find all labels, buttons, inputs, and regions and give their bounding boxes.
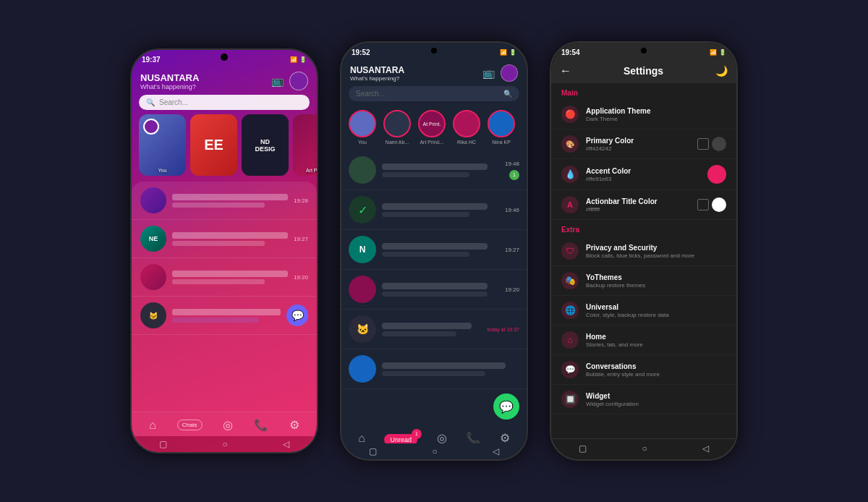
- nav-settings[interactable]: ⚙: [289, 418, 299, 432]
- nav-home[interactable]: ⌂: [149, 419, 156, 432]
- phone1-stories: You EE NDDESIG: [132, 114, 317, 182]
- story-card-4[interactable]: Art Prin...: [293, 114, 317, 176]
- accent-color-text: Accent Color #ffe91e63: [586, 167, 700, 182]
- android-back[interactable]: ◁: [283, 439, 289, 449]
- story-circle-art[interactable]: At Print. Art Prinü...: [418, 110, 446, 145]
- p2-chat-3[interactable]: N 19:27: [341, 230, 527, 270]
- story-circle-label-art: Art Prinü...: [420, 140, 443, 145]
- p2-avatar-1: [349, 156, 376, 184]
- settings-yothemes[interactable]: 🎭 YoThemes Backup restore themes: [551, 266, 736, 296]
- p2-android-back[interactable]: ◁: [493, 446, 499, 456]
- story-card-2[interactable]: EE: [190, 114, 237, 176]
- p2-nav-unread[interactable]: Unread 1: [384, 432, 417, 445]
- story-circle-avatar-rika: [453, 110, 480, 137]
- accent-color-controls: [707, 165, 726, 184]
- nav-chats-label: Chats: [177, 420, 203, 430]
- yothemes-icon-glyph: 🎭: [565, 276, 576, 286]
- phone2-android-nav: ▢ ○ ◁: [341, 443, 527, 459]
- primary-color-text: Primary Color #ff424242: [586, 137, 690, 152]
- p3-android-back[interactable]: ◁: [702, 443, 709, 454]
- story-circle-rika[interactable]: Rika HC: [453, 110, 480, 145]
- chat-time-3: 19:20: [294, 274, 308, 281]
- primary-color-icon: 🎨: [561, 135, 579, 153]
- settings-actionbar-color[interactable]: A Actionbar Title Color #fffffff: [551, 190, 736, 220]
- p2-info-5: [382, 323, 482, 336]
- nav-calls[interactable]: 📞: [254, 418, 268, 432]
- phone3-status-icons: 📶 🔋: [710, 49, 726, 56]
- phone3-time: 19:54: [561, 48, 580, 56]
- p2-chat-4[interactable]: 19:20: [341, 270, 527, 310]
- chat-avatar-3: [140, 264, 166, 290]
- p2-msg-3: [382, 252, 469, 257]
- p2-chat-6[interactable]: [341, 349, 527, 389]
- android-circle[interactable]: ○: [222, 439, 227, 449]
- p2-name-3: [382, 243, 488, 250]
- p2-avatar-5: 🐱: [349, 315, 376, 343]
- chat-item-4[interactable]: 🐱 💬: [132, 297, 317, 335]
- story-circle-label-nina: Nina KP: [492, 140, 511, 145]
- phone2-search[interactable]: Search... 🔍: [349, 86, 519, 101]
- phone1-subtitle: What's happening?: [140, 83, 199, 90]
- primary-color-checkbox[interactable]: [697, 138, 709, 150]
- nav-status[interactable]: ◎: [223, 418, 233, 432]
- phone2-fab[interactable]: 💬: [493, 393, 519, 420]
- chat-info-3: [172, 271, 288, 284]
- actionbar-sub: #fffffff: [586, 206, 690, 213]
- story-circle-nina[interactable]: Nina KP: [488, 110, 515, 145]
- actionbar-checkbox[interactable]: [697, 199, 709, 210]
- story-circle-avatar-art: At Print.: [418, 110, 446, 137]
- accent-color-swatch[interactable]: [707, 165, 726, 184]
- p3-android-circle[interactable]: ○: [642, 443, 647, 454]
- moon-icon[interactable]: 🌙: [715, 65, 728, 77]
- settings-primary-color[interactable]: 🎨 Primary Color #ff424242: [551, 129, 736, 159]
- nav-chats[interactable]: Chats: [177, 420, 203, 430]
- primary-color-sub: #ff424242: [586, 145, 690, 152]
- story-circle-nami[interactable]: Nami Ab...: [383, 110, 411, 145]
- p2-avatar-3: N: [349, 236, 376, 263]
- story-card-1[interactable]: You: [139, 114, 186, 176]
- p2-android-square[interactable]: ▢: [369, 446, 377, 456]
- settings-universal[interactable]: 🌐 Universal Color, style, backup restore…: [551, 296, 736, 326]
- chat-info-1: [172, 194, 288, 208]
- settings-conversations[interactable]: 💬 Conversations Bubble, entry style and …: [551, 355, 736, 385]
- phone1-search[interactable]: 🔍 Search...: [139, 95, 310, 110]
- story-content-2: EE: [190, 114, 237, 176]
- chat-item-1[interactable]: 19:28: [132, 182, 317, 220]
- phone1-status-bar: 19:37 📶 🔋: [132, 50, 317, 66]
- whatsapp-fab-p1[interactable]: 💬: [286, 305, 308, 326]
- p2-name-2: [382, 203, 488, 210]
- story-card-3[interactable]: NDDESIG: [242, 114, 289, 176]
- settings-content: Main 🔴 Application Theme Dark Theme 🎨: [551, 83, 736, 438]
- conversations-icon-glyph: 💬: [565, 365, 576, 375]
- accent-color-icon-glyph: 💧: [565, 169, 576, 179]
- chat-name-4: [172, 309, 281, 315]
- phone2-avatar: [501, 64, 518, 82]
- p2-android-circle[interactable]: ○: [432, 446, 437, 456]
- chat-time-2: 19:27: [294, 236, 308, 242]
- p2-name-5: [382, 323, 472, 329]
- settings-home[interactable]: ⌂ Home Stories, tab, and more: [551, 326, 736, 355]
- story-avatar-1: [143, 119, 159, 135]
- story-circle-you[interactable]: You: [349, 110, 376, 145]
- back-button[interactable]: ←: [560, 64, 571, 77]
- primary-color-swatch[interactable]: [712, 137, 726, 151]
- p2-chat-5[interactable]: 🐱 today at 19:37: [341, 310, 527, 349]
- chat-time-1: 19:28: [294, 197, 308, 204]
- settings-widget[interactable]: 🔲 Widget Widget configuration: [551, 385, 736, 414]
- p2-nav-home[interactable]: ⌂: [358, 432, 365, 445]
- p2-calls-icon: 📞: [466, 432, 480, 444]
- android-square[interactable]: ▢: [159, 439, 167, 449]
- conversations-sub: Bubble, entry style and more: [586, 371, 726, 378]
- p2-chat-2[interactable]: ✓ 19:46: [341, 190, 527, 230]
- settings-app-theme[interactable]: 🔴 Application Theme Dark Theme: [551, 100, 736, 129]
- chat-item-3[interactable]: 19:20: [132, 258, 317, 297]
- universal-sub: Color, style, backup restore data: [586, 312, 726, 318]
- settings-privacy[interactable]: 🛡 Privacy and Security Block calls, blue…: [551, 237, 736, 266]
- p2-chat-1[interactable]: 19:48 1: [341, 150, 527, 190]
- chat-item-2[interactable]: NE 19:27: [132, 220, 317, 258]
- chat-msg-1: [172, 203, 265, 208]
- settings-accent-color[interactable]: 💧 Accent Color #ffe91e63: [551, 159, 736, 190]
- actionbar-swatch[interactable]: [712, 197, 726, 212]
- chat-msg-4: [172, 318, 259, 323]
- p3-android-square[interactable]: ▢: [579, 443, 587, 454]
